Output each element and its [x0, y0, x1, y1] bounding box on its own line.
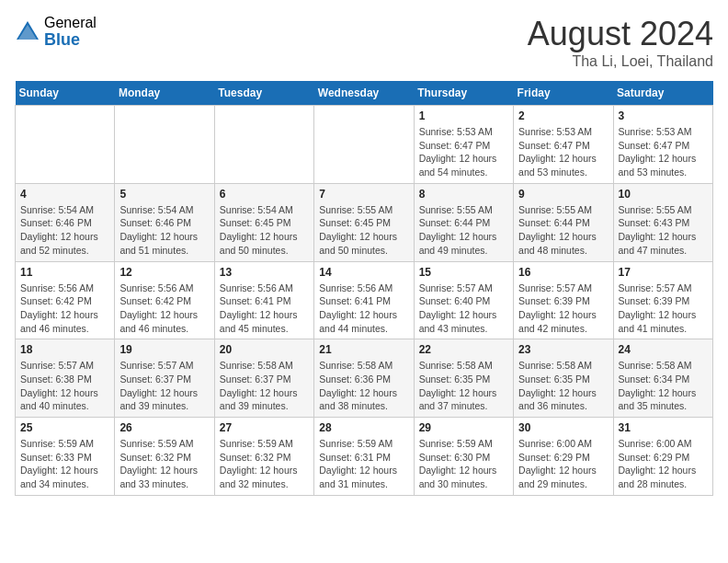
calendar-day-cell: 16Sunrise: 5:57 AMSunset: 6:39 PMDayligh…: [514, 261, 613, 339]
month-year: August 2024: [528, 15, 713, 53]
day-info: Sunrise: 5:58 AMSunset: 6:36 PMDaylight:…: [319, 359, 408, 413]
day-info: Sunrise: 5:56 AMSunset: 6:41 PMDaylight:…: [319, 282, 408, 336]
weekday-header-friday: Friday: [514, 81, 613, 106]
calendar-day-cell: 22Sunrise: 5:58 AMSunset: 6:35 PMDayligh…: [414, 339, 513, 418]
calendar-day-cell: 18Sunrise: 5:57 AMSunset: 6:38 PMDayligh…: [16, 339, 115, 418]
day-number: 23: [518, 343, 608, 356]
calendar-day-cell: 14Sunrise: 5:56 AMSunset: 6:41 PMDayligh…: [314, 261, 414, 339]
empty-day-cell: [314, 106, 414, 184]
calendar-day-cell: 8Sunrise: 5:55 AMSunset: 6:44 PMDaylight…: [414, 183, 513, 261]
day-number: 25: [20, 421, 109, 434]
weekday-header-row: SundayMondayTuesdayWednesdayThursdayFrid…: [16, 81, 713, 106]
calendar-day-cell: 30Sunrise: 6:00 AMSunset: 6:29 PMDayligh…: [514, 418, 613, 496]
calendar-day-cell: 7Sunrise: 5:55 AMSunset: 6:45 PMDaylight…: [314, 183, 414, 261]
calendar-day-cell: 24Sunrise: 5:58 AMSunset: 6:34 PMDayligh…: [613, 339, 712, 418]
day-info: Sunrise: 5:58 AMSunset: 6:37 PMDaylight:…: [220, 359, 309, 413]
day-info: Sunrise: 6:00 AMSunset: 6:29 PMDaylight:…: [518, 437, 608, 491]
calendar-day-cell: 1Sunrise: 5:53 AMSunset: 6:47 PMDaylight…: [414, 106, 513, 184]
calendar-day-cell: 27Sunrise: 5:59 AMSunset: 6:32 PMDayligh…: [214, 418, 313, 496]
day-info: Sunrise: 5:55 AMSunset: 6:44 PMDaylight:…: [518, 203, 608, 258]
calendar-day-cell: 21Sunrise: 5:58 AMSunset: 6:36 PMDayligh…: [314, 339, 414, 418]
day-info: Sunrise: 5:54 AMSunset: 6:45 PMDaylight:…: [220, 203, 309, 258]
calendar-body: 1Sunrise: 5:53 AMSunset: 6:47 PMDaylight…: [16, 106, 713, 496]
logo: General Blue: [15, 15, 97, 49]
day-info: Sunrise: 5:55 AMSunset: 6:44 PMDaylight:…: [419, 203, 508, 258]
logo-general: General: [44, 15, 97, 31]
weekday-header-thursday: Thursday: [414, 81, 513, 106]
weekday-header-monday: Monday: [115, 81, 214, 106]
day-info: Sunrise: 5:58 AMSunset: 6:34 PMDaylight:…: [619, 359, 708, 413]
day-info: Sunrise: 5:56 AMSunset: 6:41 PMDaylight:…: [220, 282, 309, 336]
day-number: 19: [119, 343, 209, 356]
day-number: 6: [220, 188, 309, 201]
day-number: 26: [119, 421, 209, 434]
day-number: 20: [220, 343, 309, 356]
calendar-week-row: 25Sunrise: 5:59 AMSunset: 6:33 PMDayligh…: [16, 418, 713, 496]
calendar-day-cell: 20Sunrise: 5:58 AMSunset: 6:37 PMDayligh…: [214, 339, 313, 418]
calendar-day-cell: 11Sunrise: 5:56 AMSunset: 6:42 PMDayligh…: [16, 261, 115, 339]
empty-day-cell: [115, 106, 214, 184]
empty-day-cell: [214, 106, 313, 184]
day-number: 22: [419, 343, 508, 356]
day-number: 29: [419, 421, 508, 434]
day-number: 4: [20, 188, 109, 201]
day-number: 8: [419, 188, 508, 201]
day-number: 14: [319, 266, 408, 279]
day-info: Sunrise: 5:53 AMSunset: 6:47 PMDaylight:…: [518, 125, 608, 179]
day-info: Sunrise: 5:54 AMSunset: 6:46 PMDaylight:…: [119, 203, 209, 258]
weekday-header-wednesday: Wednesday: [314, 81, 414, 106]
day-info: Sunrise: 5:56 AMSunset: 6:42 PMDaylight:…: [20, 282, 109, 336]
calendar-day-cell: 23Sunrise: 5:58 AMSunset: 6:35 PMDayligh…: [514, 339, 613, 418]
day-number: 30: [518, 421, 608, 434]
day-info: Sunrise: 5:57 AMSunset: 6:40 PMDaylight:…: [419, 282, 508, 336]
day-number: 16: [518, 266, 608, 279]
day-number: 2: [518, 109, 608, 122]
day-number: 28: [319, 421, 408, 434]
day-info: Sunrise: 5:57 AMSunset: 6:39 PMDaylight:…: [619, 282, 708, 336]
page-header: General Blue August 2024 Tha Li, Loei, T…: [15, 15, 713, 70]
calendar-day-cell: 17Sunrise: 5:57 AMSunset: 6:39 PMDayligh…: [613, 261, 712, 339]
day-number: 27: [220, 421, 309, 434]
location: Tha Li, Loei, Thailand: [528, 53, 713, 70]
calendar-week-row: 4Sunrise: 5:54 AMSunset: 6:46 PMDaylight…: [16, 183, 713, 261]
calendar-day-cell: 9Sunrise: 5:55 AMSunset: 6:44 PMDaylight…: [514, 183, 613, 261]
day-number: 1: [419, 109, 508, 122]
day-info: Sunrise: 5:59 AMSunset: 6:31 PMDaylight:…: [319, 437, 408, 491]
calendar-day-cell: 15Sunrise: 5:57 AMSunset: 6:40 PMDayligh…: [414, 261, 513, 339]
logo-blue: Blue: [44, 31, 97, 50]
calendar-day-cell: 19Sunrise: 5:57 AMSunset: 6:37 PMDayligh…: [115, 339, 214, 418]
day-number: 18: [20, 343, 109, 356]
day-info: Sunrise: 5:55 AMSunset: 6:43 PMDaylight:…: [619, 203, 708, 258]
day-number: 24: [619, 343, 708, 356]
day-info: Sunrise: 6:00 AMSunset: 6:29 PMDaylight:…: [619, 437, 708, 491]
day-info: Sunrise: 5:56 AMSunset: 6:42 PMDaylight:…: [119, 282, 209, 336]
calendar-day-cell: 13Sunrise: 5:56 AMSunset: 6:41 PMDayligh…: [214, 261, 313, 339]
day-number: 12: [119, 266, 209, 279]
day-number: 9: [518, 188, 608, 201]
weekday-header-saturday: Saturday: [613, 81, 712, 106]
calendar-day-cell: 10Sunrise: 5:55 AMSunset: 6:43 PMDayligh…: [613, 183, 712, 261]
calendar-day-cell: 26Sunrise: 5:59 AMSunset: 6:32 PMDayligh…: [115, 418, 214, 496]
calendar-day-cell: 5Sunrise: 5:54 AMSunset: 6:46 PMDaylight…: [115, 183, 214, 261]
logo-icon: [15, 19, 40, 45]
calendar-day-cell: 31Sunrise: 6:00 AMSunset: 6:29 PMDayligh…: [613, 418, 712, 496]
calendar-day-cell: 29Sunrise: 5:59 AMSunset: 6:30 PMDayligh…: [414, 418, 513, 496]
day-info: Sunrise: 5:59 AMSunset: 6:32 PMDaylight:…: [220, 437, 309, 491]
day-number: 10: [619, 188, 708, 201]
weekday-header-tuesday: Tuesday: [214, 81, 313, 106]
day-number: 17: [619, 266, 708, 279]
day-number: 13: [220, 266, 309, 279]
calendar-day-cell: 4Sunrise: 5:54 AMSunset: 6:46 PMDaylight…: [16, 183, 115, 261]
day-info: Sunrise: 5:53 AMSunset: 6:47 PMDaylight:…: [619, 125, 708, 179]
day-number: 31: [619, 421, 708, 434]
day-number: 21: [319, 343, 408, 356]
calendar-day-cell: 2Sunrise: 5:53 AMSunset: 6:47 PMDaylight…: [514, 106, 613, 184]
calendar-day-cell: 6Sunrise: 5:54 AMSunset: 6:45 PMDaylight…: [214, 183, 313, 261]
calendar-week-row: 11Sunrise: 5:56 AMSunset: 6:42 PMDayligh…: [16, 261, 713, 339]
day-info: Sunrise: 5:54 AMSunset: 6:46 PMDaylight:…: [20, 203, 109, 258]
calendar-day-cell: 28Sunrise: 5:59 AMSunset: 6:31 PMDayligh…: [314, 418, 414, 496]
day-number: 11: [20, 266, 109, 279]
day-info: Sunrise: 5:55 AMSunset: 6:45 PMDaylight:…: [319, 203, 408, 258]
day-info: Sunrise: 5:57 AMSunset: 6:39 PMDaylight:…: [518, 282, 608, 336]
day-number: 3: [619, 109, 708, 122]
